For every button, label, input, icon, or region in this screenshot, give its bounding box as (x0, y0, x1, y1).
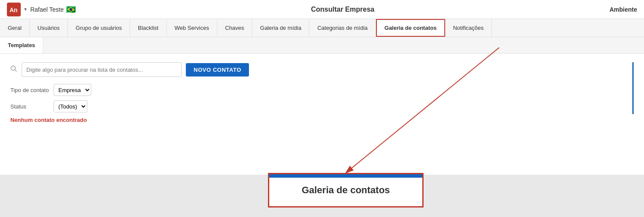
status-select[interactable]: (Todos) Ativo Inativo (54, 100, 87, 112)
tab-categorias-midia[interactable]: Categorias de mídia (309, 19, 376, 37)
flag-icon: 🇧🇷 (66, 5, 76, 14)
svg-line-3 (15, 70, 17, 72)
search-icon (10, 65, 17, 74)
tab-galeria-midia[interactable]: Galeria de mídia (252, 19, 309, 37)
tabs-row2: Templates (0, 37, 644, 54)
search-row: NOVO CONTATO (10, 62, 626, 77)
search-input[interactable] (22, 62, 182, 77)
no-result-message: Nenhum contato encontrado (10, 117, 626, 123)
main-content: NOVO CONTATO Tipo de contato Empresa Pes… (0, 54, 644, 175)
user-name: Rafael Teste (30, 6, 64, 13)
app-logo-icon: An (7, 3, 21, 16)
svg-text:An: An (10, 6, 18, 13)
status-label: Status (10, 103, 49, 110)
environment-label: Ambiente (609, 6, 637, 13)
callout-label: Galeria de contatos (302, 185, 390, 196)
tab-chaves[interactable]: Chaves (217, 19, 252, 37)
tab-templates[interactable]: Templates (0, 37, 43, 53)
page-title: Consultar Empresa (76, 6, 609, 13)
logo-area: An ▼ Rafael Teste 🇧🇷 (7, 3, 76, 16)
svg-point-2 (11, 66, 16, 70)
callout-top-bar (269, 174, 422, 178)
tab-blacklist[interactable]: Blacklist (130, 19, 167, 37)
callout-box: Galeria de contatos (268, 173, 424, 207)
tab-usuarios[interactable]: Usuários (30, 19, 68, 37)
tipo-de-contato-label: Tipo de contato (10, 87, 49, 93)
tipo-de-contato-row: Tipo de contato Empresa Pessoa (10, 84, 626, 96)
tipo-de-contato-select[interactable]: Empresa Pessoa (54, 84, 91, 96)
topbar: An ▼ Rafael Teste 🇧🇷 Consultar Empresa A… (0, 0, 644, 19)
tab-web-services[interactable]: Web Services (167, 19, 217, 37)
tabs-row1: Geral Usuários Grupo de usuários Blackli… (0, 19, 644, 37)
vertical-divider (632, 62, 634, 114)
tab-grupo-usuarios[interactable]: Grupo de usuários (68, 19, 130, 37)
status-row: Status (Todos) Ativo Inativo (10, 100, 626, 112)
tab-galeria-contatos[interactable]: Galeria de contatos (376, 19, 446, 37)
novo-contato-button[interactable]: NOVO CONTATO (186, 63, 249, 77)
tab-geral[interactable]: Geral (0, 19, 30, 37)
tab-notificacoes[interactable]: Notificações (445, 19, 492, 37)
dropdown-arrow-icon[interactable]: ▼ (23, 7, 28, 12)
